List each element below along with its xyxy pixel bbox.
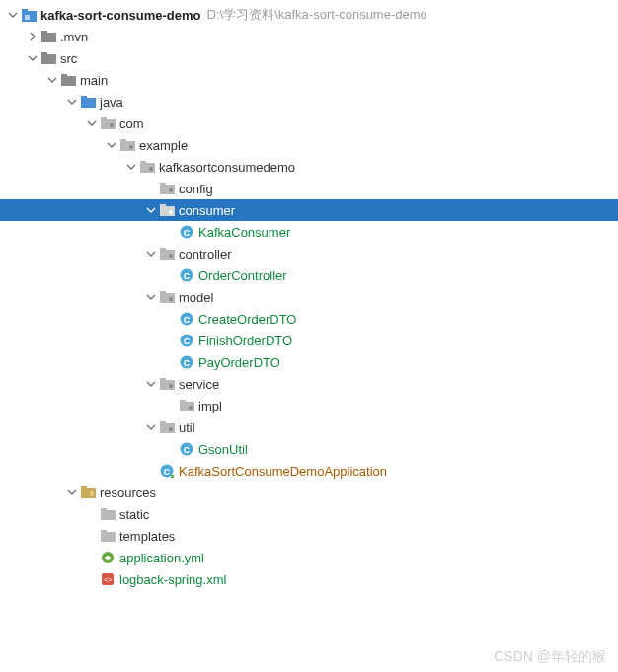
tree-item-consumer[interactable]: consumer: [0, 199, 618, 221]
package-icon: [158, 421, 176, 433]
svg-point-13: [110, 123, 114, 127]
tree-item-finish-order-dto[interactable]: C FinishOrderDTO: [0, 330, 618, 351]
class-icon: C: [178, 225, 195, 239]
tree-item-mvn[interactable]: .mvn: [0, 26, 618, 47]
package-icon: [158, 291, 176, 303]
svg-text:C: C: [184, 445, 191, 455]
root-path: D:\学习资料\kafka-sort-consume-demo: [201, 6, 427, 24]
chevron-down-icon[interactable]: [45, 75, 59, 85]
svg-point-50: [169, 427, 173, 431]
tree-item-create-order-dto[interactable]: C CreateOrderDTO: [0, 308, 618, 330]
svg-rect-60: [101, 532, 116, 542]
tree-item-pay-order-dto[interactable]: C PayOrderDTO: [0, 351, 618, 373]
svg-rect-24: [160, 204, 166, 207]
chevron-down-icon[interactable]: [124, 162, 138, 172]
tree-root[interactable]: kafka-sort-consume-demo D:\学习资料\kafka-so…: [0, 4, 618, 26]
package-icon: [118, 139, 136, 151]
tree-item-gson-util[interactable]: C GsonUtil: [0, 438, 618, 460]
svg-rect-34: [160, 291, 166, 294]
svg-rect-14: [120, 141, 135, 151]
node-label: model: [176, 290, 213, 305]
node-label: FinishOrderDTO: [195, 334, 292, 348]
svg-text:C: C: [164, 467, 171, 477]
tree-item-service[interactable]: service: [0, 373, 618, 395]
folder-icon: [59, 74, 77, 86]
svg-rect-48: [160, 423, 175, 433]
node-label: .mvn: [57, 30, 88, 44]
svg-point-47: [189, 406, 193, 410]
chevron-down-icon[interactable]: [144, 292, 158, 302]
chevron-down-icon[interactable]: [6, 10, 20, 20]
svg-point-16: [129, 145, 133, 149]
node-label: PayOrderDTO: [195, 355, 280, 370]
svg-rect-46: [180, 400, 186, 403]
svg-rect-6: [41, 52, 47, 55]
chevron-down-icon[interactable]: [144, 249, 158, 259]
svg-rect-21: [160, 183, 166, 186]
chevron-down-icon[interactable]: [105, 140, 118, 150]
svg-rect-43: [160, 378, 166, 381]
spring-app-icon: C: [158, 464, 176, 478]
svg-rect-59: [101, 508, 107, 511]
node-label: KafkaConsumer: [195, 225, 290, 240]
tree-item-resources[interactable]: resources: [0, 482, 618, 503]
tree-item-example[interactable]: example: [0, 134, 618, 156]
svg-rect-3: [41, 33, 56, 42]
chevron-right-icon[interactable]: [26, 32, 39, 41]
folder-icon: [99, 508, 116, 520]
chevron-down-icon[interactable]: [85, 118, 99, 128]
node-label: resources: [97, 485, 156, 500]
tree-item-impl[interactable]: impl: [0, 395, 618, 416]
node-label: config: [176, 182, 213, 196]
svg-text:C: C: [184, 315, 191, 325]
node-label: example: [136, 138, 188, 153]
tree-item-main[interactable]: main: [0, 69, 618, 91]
node-label: consumer: [176, 203, 235, 218]
tree-item-static[interactable]: static: [0, 503, 618, 525]
svg-rect-29: [160, 248, 166, 251]
svg-rect-58: [101, 510, 116, 520]
svg-rect-49: [160, 421, 166, 424]
package-icon: [99, 117, 116, 129]
chevron-down-icon[interactable]: [26, 53, 39, 63]
chevron-down-icon[interactable]: [65, 487, 79, 497]
spring-config-icon: [99, 551, 116, 564]
svg-point-44: [169, 384, 173, 388]
tree-item-com[interactable]: com: [0, 112, 618, 134]
tree-item-util[interactable]: util: [0, 416, 618, 438]
svg-point-19: [149, 167, 153, 171]
class-icon: C: [178, 312, 195, 326]
project-tree: kafka-sort-consume-demo D:\学习资料\kafka-so…: [0, 0, 618, 590]
package-icon: [178, 400, 195, 411]
tree-item-controller[interactable]: controller: [0, 243, 618, 264]
svg-point-30: [169, 254, 173, 258]
svg-point-22: [169, 188, 173, 192]
svg-rect-10: [81, 96, 87, 99]
tree-item-src[interactable]: src: [0, 47, 618, 69]
node-label: controller: [176, 247, 231, 261]
package-icon: [138, 161, 156, 173]
tree-item-application-yml[interactable]: application.yml: [0, 547, 618, 568]
node-label: templates: [116, 529, 175, 544]
tree-item-app-class[interactable]: C KafkaSortConsumeDemoApplication: [0, 460, 618, 482]
tree-item-config[interactable]: config: [0, 178, 618, 199]
chevron-down-icon[interactable]: [144, 205, 158, 215]
class-icon: C: [178, 442, 195, 456]
node-label: impl: [195, 399, 222, 413]
tree-item-templates[interactable]: templates: [0, 525, 618, 547]
node-label: OrderController: [195, 268, 287, 283]
chevron-down-icon[interactable]: [144, 379, 158, 389]
watermark: CSDN @年轻的猴: [494, 648, 606, 666]
tree-item-order-controller[interactable]: C OrderController: [0, 264, 618, 286]
tree-item-kafka-consumer[interactable]: C KafkaConsumer: [0, 221, 618, 243]
tree-item-pkg[interactable]: kafkasortconsumedemo: [0, 156, 618, 178]
tree-item-model[interactable]: model: [0, 286, 618, 308]
chevron-down-icon[interactable]: [144, 422, 158, 432]
class-icon: C: [178, 334, 195, 347]
tree-item-java[interactable]: java: [0, 91, 618, 112]
svg-rect-20: [160, 185, 175, 194]
node-label: util: [176, 420, 195, 435]
node-label: service: [176, 377, 219, 392]
chevron-down-icon[interactable]: [65, 97, 79, 107]
tree-item-logback-xml[interactable]: <> logback-spring.xml: [0, 568, 618, 590]
